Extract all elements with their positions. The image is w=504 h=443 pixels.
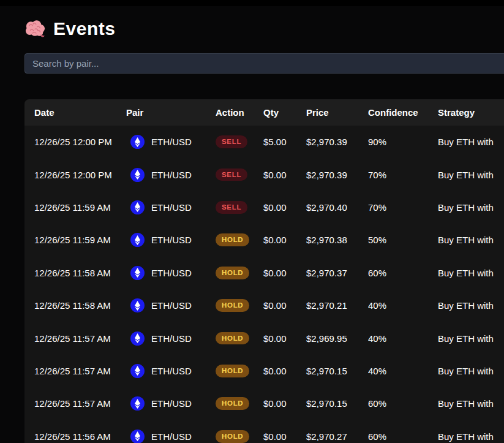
event-action: SELL xyxy=(216,168,263,181)
event-action: HOLD xyxy=(216,267,263,279)
event-action: HOLD xyxy=(216,332,263,345)
ethereum-icon xyxy=(130,266,145,280)
event-pair: ETH/USD xyxy=(126,364,216,378)
pair-label: ETH/USD xyxy=(151,235,192,245)
event-confidence: 40% xyxy=(368,300,438,311)
ethereum-icon xyxy=(130,430,145,443)
event-price: $2,970.39 xyxy=(306,170,368,180)
column-header-confidence: Confidence xyxy=(368,107,438,118)
event-strategy: Buy ETH with xyxy=(438,333,504,344)
event-qty: $0.00 xyxy=(263,333,306,344)
event-pair: ETH/USD xyxy=(126,266,216,280)
ethereum-icon xyxy=(130,233,145,247)
event-pair: ETH/USD xyxy=(126,298,216,312)
event-action: HOLD xyxy=(216,365,263,377)
event-strategy: Buy ETH with xyxy=(438,202,504,213)
event-action: HOLD xyxy=(216,233,263,246)
event-confidence: 70% xyxy=(368,170,438,180)
pair-label: ETH/USD xyxy=(151,366,192,376)
event-confidence: 60% xyxy=(368,398,438,409)
event-confidence: 90% xyxy=(368,137,438,147)
table-row: 12/26/25 11:59 AM ETH/USD SELL $0.00 $2,… xyxy=(24,191,504,224)
search-input[interactable] xyxy=(24,53,504,74)
event-action: SELL xyxy=(216,201,263,214)
table-row: 12/26/25 11:57 AM ETH/USD HOLD $0.00 $2,… xyxy=(24,322,504,354)
event-qty: $0.00 xyxy=(263,235,306,245)
event-price: $2,970.39 xyxy=(306,137,368,147)
event-price: $2,970.15 xyxy=(306,398,368,409)
event-date: 12/26/25 12:00 PM xyxy=(24,137,126,147)
event-confidence: 70% xyxy=(368,202,438,213)
pair-label: ETH/USD xyxy=(151,170,192,180)
event-price: $2,970.15 xyxy=(306,366,368,376)
table-row: 12/26/25 11:58 AM ETH/USD HOLD $0.00 $2,… xyxy=(24,289,504,322)
action-badge: HOLD xyxy=(216,267,249,279)
event-strategy: Buy ETH with xyxy=(438,300,504,311)
action-badge: HOLD xyxy=(216,299,249,312)
table-row: 12/26/25 11:56 AM ETH/USD HOLD $0.00 $2,… xyxy=(24,420,504,443)
ethereum-icon xyxy=(130,298,145,312)
action-badge: SELL xyxy=(216,168,247,181)
column-header-price: Price xyxy=(306,107,368,118)
action-badge: HOLD xyxy=(216,233,249,246)
event-price: $2,969.95 xyxy=(306,333,368,344)
event-strategy: Buy ETH with xyxy=(438,268,504,278)
pair-label: ETH/USD xyxy=(151,333,192,344)
event-strategy: Buy ETH with xyxy=(438,431,504,442)
event-confidence: 60% xyxy=(368,431,438,442)
action-badge: HOLD xyxy=(216,397,249,410)
table-row: 12/26/25 11:57 AM ETH/USD HOLD $0.00 $2,… xyxy=(24,355,504,387)
event-date: 12/26/25 11:56 AM xyxy=(24,431,126,442)
event-qty: $5.00 xyxy=(263,137,306,147)
event-action: HOLD xyxy=(216,430,263,443)
table-row: 12/26/25 12:00 PM ETH/USD SELL $0.00 $2,… xyxy=(24,158,504,191)
event-action: HOLD xyxy=(216,397,263,410)
page-title: Events xyxy=(53,18,115,39)
event-price: $2,970.27 xyxy=(306,431,368,442)
action-badge: SELL xyxy=(216,135,247,148)
column-header-action: Action xyxy=(216,107,263,118)
event-pair: ETH/USD xyxy=(126,135,216,149)
event-qty: $0.00 xyxy=(263,170,306,180)
event-confidence: 50% xyxy=(368,235,438,245)
column-header-qty: Qty xyxy=(263,107,306,118)
event-date: 12/26/25 11:59 AM xyxy=(24,202,126,213)
event-strategy: Buy ETH with xyxy=(438,170,504,180)
event-date: 12/26/25 12:00 PM xyxy=(24,170,126,180)
action-badge: SELL xyxy=(216,201,247,214)
brain-icon xyxy=(24,20,45,39)
pair-label: ETH/USD xyxy=(151,300,192,311)
table-row: 12/26/25 11:59 AM ETH/USD HOLD $0.00 $2,… xyxy=(24,224,504,256)
event-confidence: 60% xyxy=(368,268,438,278)
event-strategy: Buy ETH with xyxy=(438,398,504,409)
column-header-pair: Pair xyxy=(126,107,216,118)
column-header-date: Date xyxy=(24,107,126,118)
event-qty: $0.00 xyxy=(263,268,306,278)
event-date: 12/26/25 11:59 AM xyxy=(24,235,126,245)
events-table: Date Pair Action Qty Price Confidence St… xyxy=(24,99,504,443)
event-qty: $0.00 xyxy=(263,398,306,409)
event-date: 12/26/25 11:57 AM xyxy=(24,366,126,376)
pair-label: ETH/USD xyxy=(151,398,192,409)
pair-label: ETH/USD xyxy=(151,137,192,147)
table-row: 12/26/25 11:58 AM ETH/USD HOLD $0.00 $2,… xyxy=(24,257,504,289)
event-price: $2,970.38 xyxy=(306,235,368,245)
event-pair: ETH/USD xyxy=(126,396,216,411)
ethereum-icon xyxy=(130,200,145,214)
pair-label: ETH/USD xyxy=(151,268,192,278)
ethereum-icon xyxy=(130,135,145,149)
event-price: $2,970.21 xyxy=(306,300,368,311)
table-row: 12/26/25 11:57 AM ETH/USD HOLD $0.00 $2,… xyxy=(24,387,504,420)
event-confidence: 40% xyxy=(368,333,438,344)
pair-label: ETH/USD xyxy=(151,202,192,213)
event-strategy: Buy ETH with xyxy=(438,235,504,245)
main-content: Events Date Pair Action Qty Price Confid… xyxy=(24,18,504,443)
page-header: Events xyxy=(24,18,504,40)
event-pair: ETH/USD xyxy=(126,430,216,443)
event-action: SELL xyxy=(216,135,263,148)
event-pair: ETH/USD xyxy=(126,168,216,182)
event-date: 12/26/25 11:57 AM xyxy=(24,398,126,409)
event-date: 12/26/25 11:58 AM xyxy=(24,268,126,278)
ethereum-icon xyxy=(130,331,145,346)
action-badge: HOLD xyxy=(216,332,249,345)
